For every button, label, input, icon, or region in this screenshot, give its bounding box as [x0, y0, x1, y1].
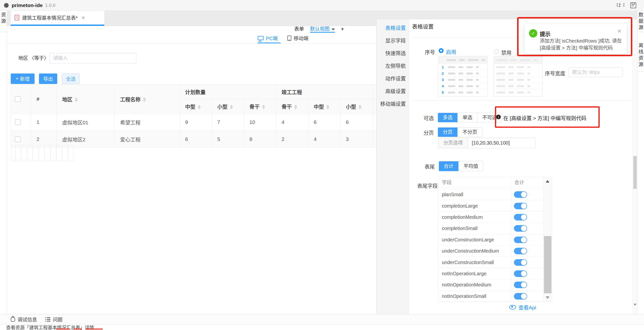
table-footer-label: 表尾	[413, 163, 435, 170]
col-header-region[interactable]: 地区	[57, 84, 115, 114]
toast-message-line1: 添加方法[ isCheckedRows ]成功, 请在	[540, 37, 622, 44]
toggle-on[interactable]	[514, 259, 527, 266]
nav-advanced-settings[interactable]: 高级设置	[376, 85, 409, 98]
toggle-on[interactable]	[514, 203, 527, 209]
segment-paged[interactable]: 分页	[438, 127, 458, 137]
segment-unpaged[interactable]: 不分页	[458, 127, 482, 137]
rail-datasource[interactable]: 数据源	[637, 12, 644, 32]
tab-pc[interactable]: PC端	[258, 34, 278, 42]
rail-offline-resources[interactable]: 离线资源	[637, 43, 644, 71]
cell-project: 希望工程	[115, 114, 180, 131]
sub-header[interactable]: 小型	[340, 99, 373, 114]
nav-quick-filter[interactable]: 快速筛选	[376, 47, 409, 60]
sort-icon[interactable]	[198, 105, 201, 109]
scroll-up-icon[interactable]	[546, 180, 550, 183]
toggle-on[interactable]	[514, 270, 527, 277]
toggle-on[interactable]	[514, 248, 527, 254]
cell-value: 10	[244, 114, 276, 131]
tab-form[interactable]: 表单	[294, 26, 304, 32]
group-header-completion: 竣工工程	[276, 84, 373, 99]
sort-icon[interactable]	[326, 105, 329, 109]
radio-disable[interactable]	[494, 49, 499, 54]
serial-width-input[interactable]	[568, 67, 622, 77]
scroll-down-icon[interactable]	[634, 304, 636, 306]
export-button[interactable]: 导出	[39, 73, 57, 84]
view-api-link[interactable]: 查看Api	[494, 304, 552, 311]
toggle-on[interactable]	[514, 214, 527, 221]
add-view-button[interactable]: +	[341, 26, 344, 32]
footer-value: 18	[44, 145, 50, 161]
nav-display-fields[interactable]: 显示字段	[376, 35, 409, 47]
sub-header[interactable]: 中型	[308, 99, 340, 114]
select-all-button[interactable]: 全选	[62, 73, 80, 84]
problems-label: 问题	[53, 316, 62, 323]
tab-mobile[interactable]: 移动端	[288, 34, 308, 42]
cell-value: 5	[212, 131, 244, 148]
sort-icon[interactable]	[75, 98, 78, 102]
segment-total[interactable]: 合计	[439, 161, 458, 171]
serial-width-label: 序号宽度	[529, 69, 565, 77]
select-all-checkbox[interactable]	[15, 96, 21, 102]
sub-header[interactable]: 小型	[212, 99, 244, 114]
phone-icon	[288, 35, 291, 41]
sort-icon[interactable]	[358, 105, 362, 109]
sub-header[interactable]: 骨干	[244, 99, 276, 114]
segment-average[interactable]: 平均值	[458, 161, 483, 171]
pagination-options-input[interactable]	[468, 138, 532, 148]
titlebar: primeton-ide 1.0.0 îž î	[0, 0, 644, 11]
nav-action-settings[interactable]: 动作设置	[376, 73, 409, 85]
row-checkbox[interactable]	[15, 136, 21, 142]
toast-close-icon[interactable]: ×	[618, 28, 621, 34]
debug-info-button[interactable]: 调试信息	[11, 316, 37, 323]
titlebar-glyph-icons[interactable]: îž î	[616, 2, 625, 8]
debug-bar: 调试信息 问题	[0, 314, 644, 324]
document-tab[interactable]: 建筑工程基本情况汇总表* ×	[11, 11, 104, 26]
col-header-project[interactable]: 工程名称	[115, 84, 180, 114]
toggle-on[interactable]	[514, 237, 527, 243]
sort-icon[interactable]	[262, 105, 265, 109]
row-checkbox[interactable]	[15, 119, 21, 125]
sub-header[interactable]: 中型	[180, 99, 212, 114]
field-row: underConstructionMedium	[438, 246, 552, 257]
table-row[interactable]: 2 虚拟地区2 爱心工程 6 5 8 2 4 3 2	[11, 131, 378, 148]
chevron-down-icon[interactable]	[332, 28, 335, 30]
sort-icon[interactable]	[143, 98, 146, 102]
panel-scrollbar[interactable]	[632, 19, 637, 315]
sort-icon[interactable]	[294, 105, 297, 109]
segment-single[interactable]: 单选	[458, 113, 477, 122]
toast-notification: ✓ 提示 添加方法[ isCheckedRows ]成功, 请在 [高级设置 >…	[524, 23, 627, 54]
nav-mobile-settings[interactable]: 移动端设置	[376, 98, 409, 111]
toggle-on[interactable]	[514, 282, 527, 288]
cell-region: 虚拟地区01	[57, 114, 115, 131]
problems-button[interactable]: 问题	[45, 316, 62, 323]
table-row[interactable]: 1 虚拟地区01 希望工程 9 7 10 4 6 6 4	[11, 114, 378, 131]
fields-scrollbar[interactable]	[544, 177, 552, 301]
scrollbar-thumb[interactable]	[544, 236, 552, 293]
nav-table-settings[interactable]: 表格设置	[376, 22, 409, 35]
col-header-index: #	[31, 84, 57, 114]
save-icon[interactable]	[630, 2, 636, 8]
left-rail: 资源	[0, 11, 7, 315]
add-button[interactable]: + 新增	[11, 73, 34, 84]
sub-header[interactable]: 骨干	[276, 99, 308, 114]
nav-left-navigation[interactable]: 左侧导航	[376, 60, 409, 73]
clipped-red-text-artifact	[56, 329, 103, 330]
toggle-on[interactable]	[514, 293, 527, 300]
field-name: notInOperationLarge	[438, 271, 511, 277]
radio-enable[interactable]	[439, 48, 444, 53]
filter-input[interactable]	[50, 53, 136, 63]
radio-disable-label[interactable]: 禁用	[501, 49, 512, 56]
rail-resources[interactable]: 资源	[0, 12, 7, 32]
tab-close-icon[interactable]: ×	[82, 15, 85, 20]
scrollbar-thumb[interactable]	[633, 156, 637, 189]
toggle-on[interactable]	[514, 191, 527, 198]
radio-enable-label[interactable]: 启用	[446, 48, 456, 55]
sort-icon[interactable]	[230, 105, 233, 109]
tab-default-view[interactable]: 默认视图	[310, 26, 335, 32]
scroll-down-icon[interactable]	[546, 297, 550, 299]
panel-title: 表格设置	[412, 22, 434, 30]
segment-multi[interactable]: 多选	[438, 113, 458, 122]
toggle-on[interactable]	[514, 225, 527, 232]
field-row: planSmall	[438, 189, 552, 200]
settings-panel: 表格设置 显示字段 快速筛选 左侧导航 动作设置 高级设置 移动端设置 表格设置…	[376, 19, 637, 315]
